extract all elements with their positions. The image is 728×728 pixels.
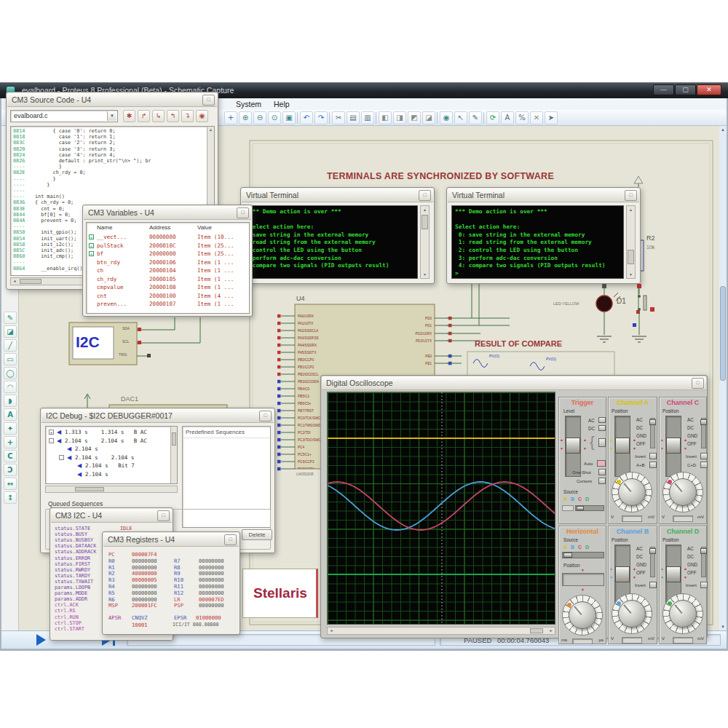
knob[interactable] [618, 600, 646, 628]
position-slider-thumb[interactable] [666, 438, 681, 454]
block-copy-icon[interactable]: ◧ [379, 111, 392, 124]
column-header-address[interactable]: Address [149, 224, 170, 231]
variable-name[interactable]: preven... [97, 301, 127, 307]
i2c-register-name[interactable]: status.ADDRACK [55, 549, 96, 555]
delete-icon[interactable]: ✕ [530, 111, 543, 124]
virtual-terminal-1-titlebar[interactable]: Virtual Terminal [242, 189, 433, 202]
eraser-tool-icon[interactable]: ◪ [4, 325, 17, 338]
variable-name[interactable]: btn_rdy [97, 259, 120, 266]
close-icon[interactable]: □ [259, 411, 272, 422]
terminal-screen[interactable]: *** Demo action is over ***Select action… [451, 205, 624, 279]
edit-icon[interactable]: ✎ [469, 111, 482, 124]
variables-window-titlebar[interactable]: CM3 Variables - U4 [84, 206, 251, 220]
knob[interactable] [618, 478, 646, 506]
tree-vscrollbar[interactable] [170, 427, 177, 483]
i2c-register-name[interactable]: ctrl.RS [55, 608, 76, 614]
tree-hscrollbar[interactable] [45, 486, 178, 493]
invert-button[interactable] [700, 453, 708, 459]
tree-item[interactable]: 2.104 s [75, 446, 98, 452]
hscroll-thumb[interactable] [75, 487, 104, 491]
column-header-name[interactable]: Name [97, 224, 112, 231]
knob[interactable] [669, 478, 697, 506]
trigger-hslider-thumb[interactable] [577, 506, 584, 510]
i2c-sequence-tree[interactable]: +◀1.313 s 1.314 s B AC-◀2.104 s 2.104 s … [45, 426, 178, 484]
tree-item[interactable]: 2.104 s 2.104 s [75, 454, 134, 461]
variable-name[interactable]: bf [97, 250, 103, 257]
source-channel-a[interactable]: A [563, 545, 567, 550]
percent-icon[interactable]: % [515, 111, 529, 124]
variable-name[interactable]: __vect... [97, 234, 127, 240]
close-button[interactable]: ✕ [697, 84, 721, 95]
coupling-thumb[interactable] [700, 548, 707, 554]
source-channel-a[interactable]: A [563, 496, 567, 502]
cut-icon[interactable]: ✂ [332, 111, 345, 124]
expand-icon[interactable]: + [89, 243, 94, 248]
step-out-icon[interactable]: ↰ [167, 110, 179, 122]
variable-name[interactable]: ch [97, 267, 103, 274]
play-button[interactable] [36, 634, 46, 646]
hscroll-thumb[interactable] [530, 628, 543, 633]
minimize-button[interactable]: — [653, 84, 674, 95]
registers-window[interactable]: CM3 Registers - U4 □ PC000007F4R00000000… [102, 531, 240, 635]
tree-expand-icon[interactable]: - [59, 455, 64, 460]
terminal-vscrollbar[interactable]: ▲ ▼ [626, 205, 636, 279]
scroll-left-icon[interactable]: ◄ [328, 628, 335, 634]
i2c-register-name[interactable]: ctrl.STOP [55, 620, 82, 626]
tree-item[interactable]: 2.104 s Bit 7 [85, 462, 135, 469]
maximize-button[interactable]: ▢ [675, 84, 696, 95]
i2c-debug-titlebar[interactable]: I2C Debug - $I2C DEBUGGER#0017 [41, 409, 274, 423]
redo-icon[interactable]: ↷ [314, 111, 328, 124]
knob[interactable] [669, 600, 697, 628]
rotate-ccw-icon[interactable]: Ɔ [4, 464, 17, 476]
mirror-x-icon[interactable]: ↔ [4, 478, 17, 490]
tree-item[interactable]: 2.104 s 2.104 s B AC [65, 438, 147, 444]
scroll-up-icon[interactable]: ▲ [627, 206, 635, 213]
variable-name[interactable]: cmpvalue [97, 284, 124, 290]
search-icon[interactable]: ◉ [440, 111, 453, 124]
tree-item[interactable]: 1.313 s 1.314 s B AC [65, 429, 147, 435]
paste-icon[interactable]: ▥ [361, 111, 374, 124]
variable-name[interactable]: pulStack [97, 242, 124, 249]
pencil-tool-icon[interactable]: ✎ [4, 312, 17, 324]
zoom-in-icon[interactable]: ⊕ [239, 111, 252, 124]
i2c-register-name[interactable]: params.LOOPB [55, 585, 90, 590]
step-into-icon[interactable]: ↳ [152, 110, 165, 122]
cursor-icon[interactable]: ↖ [454, 111, 467, 124]
ac-button[interactable] [598, 417, 606, 423]
column-header-value[interactable]: Value [197, 224, 212, 231]
breakpoint-icon[interactable]: ◉ [196, 110, 208, 122]
virtual-terminal-2-titlebar[interactable]: Virtual Terminal [448, 189, 639, 202]
sum-button[interactable] [700, 462, 708, 468]
delete-button[interactable]: Delete [242, 529, 272, 540]
symbol-tool-icon[interactable]: ✦ [4, 422, 17, 435]
scroll-up-icon[interactable]: ▲ [207, 127, 214, 133]
block-move-icon[interactable]: ◨ [393, 111, 406, 124]
scroll-up-icon[interactable]: ▲ [421, 206, 429, 213]
mirror-y-icon[interactable]: ↕ [4, 491, 17, 504]
expand-icon[interactable]: + [89, 234, 94, 240]
text-tool-icon[interactable]: A [4, 408, 17, 421]
position-slider-thumb[interactable] [615, 566, 630, 582]
position-slider-thumb[interactable] [615, 438, 630, 454]
box-tool-icon[interactable]: ▭ [4, 353, 17, 365]
copy-icon[interactable]: ▤ [347, 111, 360, 124]
cursors-button[interactable] [598, 478, 606, 484]
chevron-down-icon[interactable]: ▼ [107, 111, 116, 121]
scroll-down-icon[interactable]: ▼ [421, 271, 429, 278]
push-button[interactable] [644, 296, 646, 310]
terminal-vscrollbar[interactable]: ▲ ▼ [420, 205, 430, 279]
coupling-thumb[interactable] [700, 419, 707, 425]
i2c-register-name[interactable]: status.ERROR [55, 555, 90, 561]
zoom-area-icon[interactable]: ▣ [282, 111, 296, 124]
variable-name[interactable]: cnt [97, 293, 107, 299]
oscilloscope-titlebar[interactable]: Digital Oscilloscope [322, 376, 706, 390]
i2c-register-name[interactable]: status.DATAACK [55, 543, 96, 549]
close-icon[interactable]: □ [625, 190, 637, 201]
i2c-register-name[interactable]: status.BUSY [55, 531, 87, 537]
scroll-left-icon[interactable]: ◄ [11, 278, 18, 285]
i2c-register-name[interactable]: status.FIRST [55, 561, 90, 567]
schematic-vscrollbar[interactable]: ▲ ▼ [719, 126, 727, 630]
goto-icon[interactable]: ➤ [545, 111, 558, 124]
dc-button[interactable] [598, 425, 606, 431]
close-icon[interactable]: □ [157, 510, 170, 521]
